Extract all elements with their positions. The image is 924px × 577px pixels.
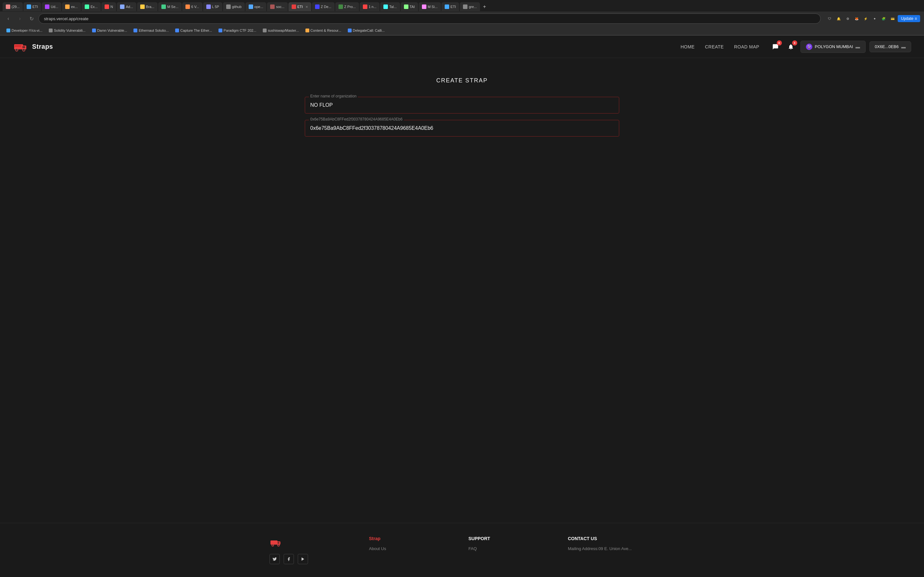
bookmark-9[interactable]: DelegateCall: Calli...: [345, 28, 388, 33]
footer-strap-heading: Strap: [369, 536, 456, 541]
address-bar-row: ‹ › ↻ straps.vercel.app/create 🛡 🔔 ⚙ 🦊 ⚡…: [0, 11, 924, 26]
back-button[interactable]: ‹: [4, 14, 13, 23]
tab-10[interactable]: 6 V...: [182, 2, 202, 11]
logo-truck-icon: [13, 39, 28, 55]
org-name-input[interactable]: [310, 101, 614, 109]
network-button[interactable]: 🔮 POLYGON MUMBAI ▬: [800, 41, 866, 53]
new-tab-button[interactable]: +: [481, 3, 488, 11]
tab-4[interactable]: ex...: [62, 2, 81, 11]
logo-text: Straps: [32, 43, 53, 50]
bookmark-6[interactable]: Paradigm CTF 202...: [216, 28, 259, 33]
wallet-address-label: 0x6e75Ba9AbC8FFed2f30378780424A9685E4A0E…: [309, 117, 404, 121]
bookmark-2[interactable]: Solidity Vulnerabili...: [46, 28, 88, 33]
ext-2[interactable]: 🔔: [835, 15, 843, 23]
ext-4[interactable]: 🦊: [853, 15, 861, 23]
ext-8[interactable]: 💳: [889, 15, 897, 23]
ext-5[interactable]: ⚡: [862, 15, 869, 23]
footer-grid: Strap About Us SUPPORT FAQ CONTACT US Ma…: [270, 536, 654, 564]
footer-about-link[interactable]: About Us: [369, 546, 456, 551]
footer-contact-section: CONTACT US Mailing Address:09 E. Union A…: [568, 536, 654, 564]
tab-17[interactable]: 1 n...: [360, 2, 380, 11]
network-icon: 🔮: [806, 44, 813, 50]
bookmark-4[interactable]: Ethernaut Solutio...: [131, 28, 171, 33]
ext-7[interactable]: 🧩: [880, 15, 887, 23]
nav-home[interactable]: HOME: [680, 44, 695, 49]
nav-roadmap[interactable]: ROAD MAP: [734, 44, 759, 49]
svg-point-11: [272, 544, 274, 546]
tab-18[interactable]: Tal...: [380, 2, 400, 11]
notifications-badge: 3: [792, 40, 797, 45]
wallet-card-icon: ▬: [901, 44, 906, 49]
bookmark-5[interactable]: Capture The Ether...: [173, 28, 215, 33]
nav-logo[interactable]: Straps: [13, 39, 53, 55]
tab-3[interactable]: Ud...: [42, 2, 61, 11]
youtube-icon[interactable]: [298, 554, 308, 564]
network-label: POLYGON MUMBAI: [815, 44, 853, 49]
tab-9[interactable]: M Se...: [158, 2, 182, 11]
tab-16[interactable]: Z Pro...: [335, 2, 359, 11]
tab-20[interactable]: M Si...: [419, 2, 441, 11]
footer-faq-link[interactable]: FAQ: [468, 546, 555, 551]
tab-2[interactable]: ETI: [23, 2, 41, 11]
svg-rect-8: [270, 540, 278, 545]
navbar: Straps HOME CREATE ROAD MAP 0 3: [0, 35, 924, 58]
wallet-address-input[interactable]: [310, 124, 614, 132]
page-title: CREATE STRAP: [436, 77, 488, 84]
nav-create[interactable]: CREATE: [705, 44, 724, 49]
bookmark-8[interactable]: Content & Resour...: [303, 28, 344, 33]
tab-5[interactable]: Ex...: [81, 2, 101, 11]
tab-active[interactable]: ETI ✕: [288, 2, 311, 11]
wallet-address-field: 0x6e75Ba9AbC8FFed2f30378780424A9685E4A0E…: [305, 120, 619, 137]
org-name-label: Enter name of organization: [309, 94, 358, 98]
tab-11[interactable]: L 5P: [203, 2, 222, 11]
footer-strap-section: Strap About Us: [369, 536, 456, 564]
footer-contact-links: Mailing Address:09 E. Union Ave...: [568, 546, 654, 551]
form-container: Enter name of organization 0x6e75Ba9AbC8…: [305, 97, 619, 137]
footer-contact-heading: CONTACT US: [568, 536, 654, 541]
tab-21[interactable]: ETI: [441, 2, 459, 11]
tab-12[interactable]: github: [223, 2, 245, 11]
messages-button[interactable]: 0: [770, 41, 781, 53]
extensions-area: 🛡 🔔 ⚙ 🦊 ⚡ ✦ 🧩 💳 Update ≡: [826, 15, 920, 23]
tab-19[interactable]: TAI: [401, 2, 418, 11]
ext-1[interactable]: 🛡: [826, 15, 834, 23]
browser-chrome: (29... ETI Ud... ex... Ex... N Ad... Br: [0, 0, 924, 35]
tab-8[interactable]: Bra...: [137, 2, 158, 11]
nav-links: HOME CREATE ROAD MAP: [680, 44, 759, 49]
footer-support-heading: SUPPORT: [468, 536, 555, 541]
tab-1[interactable]: (29...: [3, 2, 23, 11]
bookmarks-bar: Developer-Y/cs-vi... Solidity Vulnerabil…: [0, 26, 924, 35]
footer-social: [270, 554, 356, 564]
ext-3[interactable]: ⚙: [844, 15, 851, 23]
wallet-button[interactable]: 0X6E...0EB6 ▬: [869, 41, 911, 52]
reload-button[interactable]: ↻: [27, 14, 36, 23]
tab-15[interactable]: Z De...: [312, 2, 334, 11]
svg-marker-13: [302, 558, 304, 561]
svg-point-5: [23, 49, 25, 51]
footer-address-link[interactable]: Mailing Address:09 E. Union Ave...: [568, 546, 654, 551]
tab-14[interactable]: soc...: [267, 2, 288, 11]
svg-point-4: [15, 49, 18, 51]
org-name-field: Enter name of organization: [305, 97, 619, 113]
facebook-icon[interactable]: [284, 554, 294, 564]
ext-6[interactable]: ✦: [871, 15, 879, 23]
nav-actions: 0 3 🔮 POLYGON MUMBAI ▬ 0X6E...0EB6 ▬: [770, 41, 911, 53]
tab-6[interactable]: N: [102, 2, 116, 11]
twitter-icon[interactable]: [270, 554, 280, 564]
footer-brand: [270, 536, 356, 564]
tab-7[interactable]: Ad...: [117, 2, 136, 11]
bookmark-3[interactable]: Damn Vulnerable...: [89, 28, 130, 33]
tab-bar: (29... ETI Ud... ex... Ex... N Ad... Br: [0, 0, 924, 11]
notifications-button[interactable]: 3: [785, 41, 796, 53]
update-button[interactable]: Update ≡: [898, 15, 920, 22]
address-bar[interactable]: straps.vercel.app/create: [39, 13, 821, 24]
forward-button[interactable]: ›: [15, 14, 24, 23]
bookmark-7[interactable]: sushiswap/Master...: [260, 28, 302, 33]
svg-point-12: [278, 544, 279, 546]
tab-13[interactable]: ope...: [246, 2, 267, 11]
main-content: CREATE STRAP Enter name of organization …: [0, 58, 924, 523]
tab-22[interactable]: gre...: [460, 2, 480, 11]
app-container: Straps HOME CREATE ROAD MAP 0 3: [0, 35, 924, 577]
bookmark-1[interactable]: Developer-Y/cs-vi...: [4, 28, 45, 33]
footer-support-links: FAQ: [468, 546, 555, 551]
